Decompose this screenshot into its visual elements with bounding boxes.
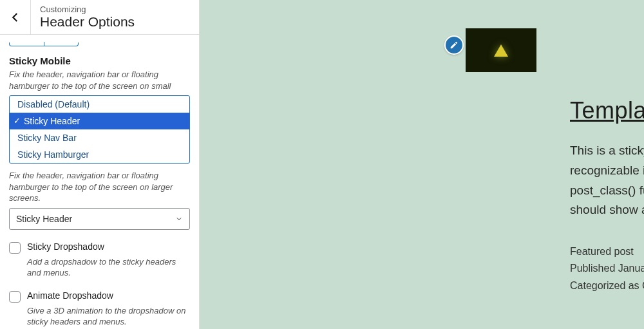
sticky-mobile-dropdown[interactable]: Disabled (Default) Sticky Header Sticky … [9, 95, 190, 164]
chevron-left-icon [10, 12, 21, 23]
sticky-dropshadow-desc: Add a dropshadow to the sticky headers a… [27, 256, 190, 279]
preview-pane: a Blog page Template: Sticky This is a s… [200, 0, 644, 329]
breadcrumb: Customizing [40, 5, 135, 14]
post-title[interactable]: Template: Sticky [570, 97, 644, 124]
chevron-down-icon [175, 215, 183, 223]
panel-title: Header Options [40, 14, 135, 30]
tab-stub [9, 42, 79, 46]
dropdown-option-sticky-nav[interactable]: Sticky Nav Bar [10, 129, 189, 146]
post: Template: Sticky This is a sticky post. … [570, 97, 644, 294]
sticky-desktop-desc: Fix the header, navigation bar or floati… [9, 170, 190, 204]
animate-dropshadow-desc: Give a 3D animation to the dropshadow on… [27, 305, 190, 328]
sidebar-header: Customizing Header Options [0, 0, 199, 35]
pencil-icon [450, 41, 459, 50]
sticky-dropshadow-label: Sticky Dropshadow [27, 241, 104, 252]
post-body: This is a sticky post. There are a few t… [570, 141, 644, 220]
meta-categories: Categorized as Classic, Uncategorized [570, 277, 644, 294]
customizer-sidebar: Customizing Header Options Sticky Mobile… [0, 0, 200, 329]
sticky-mobile-desc: Fix the header, navigation bar or floati… [9, 69, 190, 91]
site-logo[interactable] [466, 28, 536, 72]
dropdown-option-sticky-header[interactable]: Sticky Header [10, 113, 189, 129]
meta-featured: Featured post [570, 243, 644, 260]
dropdown-option-disabled[interactable]: Disabled (Default) [10, 96, 189, 113]
animate-dropshadow-checkbox[interactable] [9, 291, 21, 303]
sticky-dropshadow-checkbox[interactable] [9, 242, 21, 254]
sticky-desktop-select[interactable]: Sticky Header [9, 208, 190, 230]
triangle-icon [494, 44, 508, 57]
meta-date: Published January 7, 2012 [570, 260, 644, 277]
sticky-desktop-value: Sticky Header [16, 214, 72, 224]
edit-shortcut-logo[interactable] [444, 35, 464, 55]
animate-dropshadow-label: Animate Dropshadow [27, 290, 113, 301]
dropdown-option-sticky-hamburger[interactable]: Sticky Hamburger [10, 146, 189, 163]
sticky-mobile-title: Sticky Mobile [9, 55, 190, 66]
back-button[interactable] [0, 0, 31, 35]
